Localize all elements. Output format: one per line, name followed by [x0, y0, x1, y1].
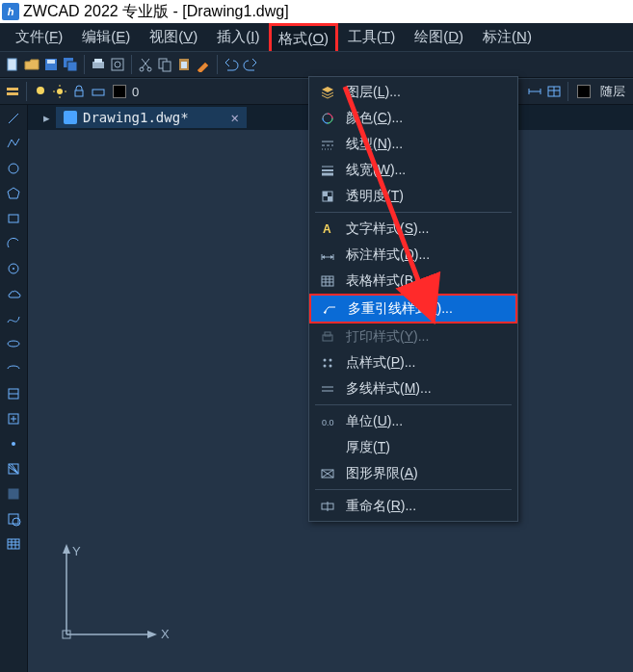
bulb-icon[interactable] — [32, 83, 49, 100]
svg-marker-51 — [147, 631, 157, 638]
svg-rect-67 — [322, 276, 333, 286]
menu-item-rename[interactable]: 重命名(R)... — [309, 493, 517, 519]
preview-icon[interactable] — [109, 56, 126, 73]
svg-rect-2 — [47, 60, 55, 64]
redo-icon[interactable] — [242, 56, 259, 73]
svg-rect-12 — [163, 62, 171, 71]
svg-rect-15 — [7, 88, 18, 90]
layer-color-chip[interactable] — [113, 85, 126, 98]
menu-item-layer[interactable]: 图层(L)... — [309, 79, 517, 105]
new-icon[interactable] — [4, 56, 21, 73]
open-icon[interactable] — [23, 56, 40, 73]
revcloud-icon[interactable] — [4, 284, 23, 303]
menu-item-textstyle[interactable]: A 文字样式(S)... — [309, 216, 517, 242]
menu-edit[interactable]: 编辑(E) — [72, 23, 140, 51]
table-icon[interactable] — [4, 534, 23, 554]
paste-icon[interactable] — [175, 56, 193, 73]
cut-icon[interactable] — [137, 56, 154, 73]
pointstyle-icon — [319, 354, 336, 372]
document-icon — [64, 111, 77, 124]
menu-item-units[interactable]: 0.0 单位(U)... — [309, 408, 517, 434]
units-icon: 0.0 — [319, 413, 336, 430]
rename-icon — [319, 498, 336, 515]
menu-item-thickness[interactable]: 厚度(T) — [309, 434, 517, 460]
svg-rect-62 — [328, 196, 332, 201]
app-logo: h — [2, 3, 19, 20]
block-icon[interactable] — [4, 384, 23, 403]
menu-item-lineweight[interactable]: 线宽(W)... — [309, 157, 517, 183]
gradient-icon[interactable] — [4, 484, 23, 504]
plot-layer-icon[interactable] — [90, 83, 107, 100]
svg-point-42 — [12, 442, 15, 446]
copy-icon[interactable] — [156, 56, 173, 73]
title-bar: h ZWCAD 2022 专业版 - [Drawing1.dwg] — [0, 0, 633, 23]
close-tab-icon[interactable]: ✕ — [231, 110, 239, 125]
menu-separator — [315, 212, 512, 213]
spline-icon[interactable] — [4, 309, 23, 328]
svg-rect-47 — [8, 539, 19, 549]
insert-block-icon[interactable] — [4, 409, 23, 428]
pline-icon[interactable] — [4, 134, 23, 153]
layer-name[interactable]: 0 — [132, 85, 190, 99]
toolbar-standard — [0, 51, 633, 78]
menu-item-mleaderstyle[interactable]: 多重引线样式(I)... — [309, 294, 517, 323]
svg-point-38 — [8, 341, 19, 347]
svg-rect-61 — [323, 192, 328, 196]
menu-item-linetype[interactable]: 线型(N)... — [309, 131, 517, 157]
ellipse-arc-icon[interactable] — [4, 359, 23, 378]
svg-rect-7 — [112, 59, 123, 70]
rect-icon[interactable] — [4, 209, 23, 228]
menu-file[interactable]: 文件(F) — [6, 23, 72, 51]
ellipse-icon[interactable] — [4, 334, 23, 353]
svg-rect-14 — [181, 62, 187, 68]
menu-item-transparency[interactable]: 透明度(T) — [309, 183, 517, 209]
svg-marker-49 — [63, 544, 70, 554]
menu-insert[interactable]: 插入(I) — [207, 23, 269, 51]
circle2-icon[interactable] — [4, 259, 23, 278]
mlinestyle-icon — [319, 380, 336, 398]
menu-item-limits[interactable]: 图形界限(A) — [309, 460, 517, 486]
save-icon[interactable] — [42, 56, 60, 73]
match-icon[interactable] — [195, 56, 212, 73]
bylayer-label[interactable]: 随层 — [600, 83, 625, 100]
hatch-icon[interactable] — [4, 459, 23, 478]
limits-icon — [319, 465, 336, 482]
bylayer-color-chip[interactable] — [577, 85, 591, 98]
draw-toolbar — [0, 105, 28, 672]
menu-item-pointstyle[interactable]: 点样式(P)... — [309, 349, 517, 375]
menu-item-mlinestyle[interactable]: 多线样式(M)... — [309, 375, 517, 401]
svg-point-73 — [324, 364, 327, 367]
svg-text:A: A — [323, 222, 331, 236]
sun-icon[interactable] — [51, 83, 68, 100]
menu-tools[interactable]: 工具(T) — [338, 23, 405, 51]
menu-draw[interactable]: 绘图(D) — [405, 23, 473, 51]
dimstyle-tb-icon[interactable] — [526, 83, 543, 100]
separator — [131, 55, 132, 74]
svg-point-33 — [9, 164, 18, 173]
plot-icon[interactable] — [90, 56, 107, 73]
color-wheel-icon — [319, 110, 336, 127]
layers-panel-icon[interactable] — [4, 83, 21, 100]
tab-arrow-icon[interactable]: ▸ — [43, 111, 50, 125]
lock-icon[interactable] — [70, 83, 88, 100]
separator — [217, 55, 218, 74]
tablestyle-tb-icon[interactable] — [545, 83, 563, 100]
menu-item-color[interactable]: 颜色(C)... — [309, 105, 517, 131]
point-icon[interactable] — [4, 434, 23, 453]
saveall-icon[interactable] — [62, 56, 79, 73]
undo-icon[interactable] — [223, 56, 240, 73]
menu-view[interactable]: 视图(V) — [140, 23, 207, 51]
arc-icon[interactable] — [4, 234, 23, 253]
file-tab-label: Drawing1.dwg* — [83, 110, 189, 125]
circle-icon[interactable] — [4, 159, 23, 178]
menu-format[interactable]: 格式(O) — [269, 23, 338, 51]
file-tab[interactable]: Drawing1.dwg* ✕ — [56, 107, 247, 128]
menu-separator — [315, 404, 512, 405]
region-icon[interactable] — [4, 509, 23, 529]
menu-item-dimstyle[interactable]: 标注样式(D)... — [309, 242, 517, 268]
menu-dim[interactable]: 标注(N) — [473, 23, 541, 51]
line-icon[interactable] — [4, 109, 23, 128]
menu-separator — [315, 489, 512, 490]
polygon-icon[interactable] — [4, 184, 23, 203]
menu-item-tablestyle[interactable]: 表格样式(B)... — [309, 268, 517, 294]
